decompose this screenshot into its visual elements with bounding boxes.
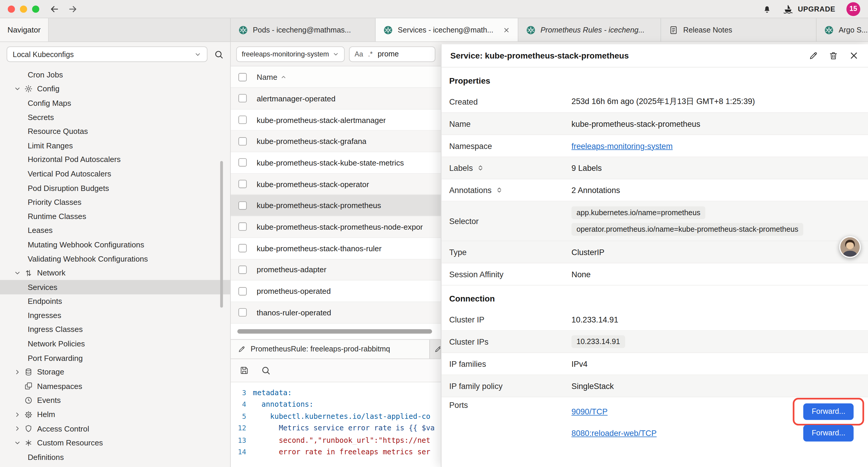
service-name: kube-prometheus-stack-grafana [257, 137, 367, 146]
sort-ascending-icon[interactable] [280, 73, 287, 80]
row-checkbox[interactable] [239, 158, 247, 167]
sidebar-item-namespaces[interactable]: Namespaces [0, 379, 230, 393]
sidebar-item-custom-resources[interactable]: Custom Resources [0, 436, 230, 450]
row-checkbox[interactable] [239, 116, 247, 124]
sidebar-item-limit-ranges[interactable]: Limit Ranges [0, 138, 230, 152]
sidebar-item-config[interactable]: Config [0, 82, 230, 96]
sidebar-item-definitions[interactable]: Definitions [0, 450, 230, 464]
sidebar-item-storage[interactable]: Storage [0, 365, 230, 379]
sidebar-item-resource-quotas[interactable]: Resource Quotas [0, 124, 230, 138]
editor-search-icon[interactable] [261, 366, 271, 375]
bell-icon[interactable] [763, 4, 772, 13]
row-checkbox[interactable] [239, 287, 247, 295]
forward-button[interactable]: Forward... [803, 403, 854, 420]
sidebar-item-vertical-pod-autoscalers[interactable]: Vertical Pod Autoscalers [0, 167, 230, 181]
tab-pods-icecheng-mathmas[interactable]: Pods - icecheng@mathmas... [231, 18, 376, 42]
upgrade-button[interactable]: UPGRADE [783, 4, 836, 14]
detail-value: None [571, 270, 591, 279]
forward-button[interactable]: Forward... [803, 425, 854, 441]
sidebar-item-access-control[interactable]: Access Control [0, 421, 230, 436]
sidebar-item-events[interactable]: Events [0, 393, 230, 407]
search-icon[interactable] [214, 50, 224, 59]
delete-icon[interactable] [829, 51, 838, 60]
helm-icon [24, 410, 32, 418]
sidebar-item-cron-jobs[interactable]: Cron Jobs [0, 67, 230, 82]
table-row-thanos-ruler-operated[interactable]: thanos-ruler-operated [231, 302, 441, 323]
kubeconfig-selector[interactable]: Local Kubeconfigs [6, 47, 208, 62]
maximize-window-button[interactable] [32, 5, 39, 12]
notification-badge[interactable]: 15 [846, 2, 860, 16]
webcam-avatar[interactable] [839, 236, 861, 258]
table-row-kube-prometheus-stack-operator[interactable]: kube-prometheus-stack-operator [231, 174, 441, 195]
table-row-kube-prometheus-stack-prometheus-node-expor[interactable]: kube-prometheus-stack-prometheus-node-ex… [231, 216, 441, 238]
sidebar-item-endpoints[interactable]: Endpoints [0, 294, 230, 308]
table-row-prometheus-operated[interactable]: prometheus-operated [231, 281, 441, 302]
save-icon[interactable] [240, 366, 249, 375]
horizontal-scrollbar-thumb[interactable] [237, 329, 432, 333]
row-checkbox[interactable] [239, 265, 247, 274]
table-row-kube-prometheus-stack-thanos-ruler[interactable]: kube-prometheus-stack-thanos-ruler [231, 238, 441, 259]
expander-icon[interactable] [495, 186, 502, 194]
navigator-tab[interactable]: Navigator [0, 18, 49, 42]
sidebar-item-validating-webhook-configurations[interactable]: Validating Webhook Configurations [0, 252, 230, 266]
tab-release-notes[interactable]: Release Notes [661, 18, 816, 42]
select-all-checkbox[interactable] [239, 73, 247, 81]
sidebar-item-horizontal-pod-autoscalers[interactable]: Horizontal Pod Autoscalers [0, 152, 230, 167]
line-number: 13 [231, 436, 253, 444]
match-case-toggle[interactable]: Aa [354, 50, 363, 58]
expander-icon[interactable] [477, 164, 484, 171]
minimize-window-button[interactable] [20, 5, 27, 12]
editor-tab-prometheusrule[interactable]: PrometheusRule: freeleaps-prod-rabbitmq [231, 340, 430, 358]
detail-value: SingleStack [571, 382, 614, 390]
back-icon[interactable] [49, 4, 60, 14]
table-row-kube-prometheus-stack-prometheus[interactable]: kube-prometheus-stack-prometheus [231, 195, 441, 216]
detail-label: Created [449, 97, 478, 106]
sidebar-item-services[interactable]: Services [0, 280, 230, 294]
sidebar-item-network[interactable]: Network [0, 266, 230, 280]
resource-search-input[interactable]: Aa .* prome [349, 46, 435, 61]
close-icon[interactable] [848, 50, 859, 61]
code-text: metadata: [253, 388, 292, 397]
sidebar-item-priority-classes[interactable]: Priority Classes [0, 195, 230, 209]
table-row-prometheus-adapter[interactable]: prometheus-adapter [231, 259, 441, 281]
tab-services-icecheng-math[interactable]: Services - icecheng@math... [375, 18, 518, 42]
table-row-kube-prometheus-stack-kube-state-metrics[interactable]: kube-prometheus-stack-kube-state-metrics [231, 152, 441, 174]
table-row-kube-prometheus-stack-alertmanager[interactable]: kube-prometheus-stack-alertmanager [231, 109, 441, 130]
namespace-selector[interactable]: freeleaps-monitoring-system [236, 46, 345, 61]
row-checkbox[interactable] [239, 201, 247, 209]
name-column-header[interactable]: Name [257, 72, 277, 81]
sidebar-item-ingresses[interactable]: Ingresses [0, 308, 230, 322]
row-checkbox[interactable] [239, 94, 247, 103]
pencil-icon [238, 345, 246, 353]
editor-tab-partial[interactable] [430, 340, 441, 358]
yaml-editor[interactable]: 3metadata:4 annotations:5 kubectl.kubern… [231, 382, 441, 467]
sidebar-item-port-forwarding[interactable]: Port Forwarding [0, 351, 230, 365]
sidebar-item-runtime-classes[interactable]: Runtime Classes [0, 209, 230, 223]
sidebar-item-config-maps[interactable]: Config Maps [0, 96, 230, 110]
port-link[interactable]: 8080:reloader-web/TCP [571, 429, 656, 437]
tab-prometheus-rules-icecheng[interactable]: Prometheus Rules - icecheng... [519, 18, 661, 42]
sidebar-item-leases[interactable]: Leases [0, 223, 230, 237]
row-checkbox[interactable] [239, 137, 247, 145]
regex-toggle[interactable]: .* [368, 50, 373, 58]
table-row-kube-prometheus-stack-grafana[interactable]: kube-prometheus-stack-grafana [231, 130, 441, 152]
close-window-button[interactable] [8, 5, 15, 12]
tab-argo-s[interactable]: Argo S... [816, 18, 868, 42]
edit-icon[interactable] [809, 51, 818, 60]
namespace-link[interactable]: freeleaps-monitoring-system [571, 141, 673, 150]
row-checkbox[interactable] [239, 308, 247, 317]
port-link[interactable]: 9090/TCP [571, 407, 608, 416]
sidebar-item-mutating-webhook-configurations[interactable]: Mutating Webhook Configurations [0, 237, 230, 252]
row-checkbox[interactable] [239, 180, 247, 188]
forward-icon[interactable] [67, 4, 78, 14]
table-row-alertmanager-operated[interactable]: alertmanager-operated [231, 88, 441, 109]
sidebar-item-ingress-classes[interactable]: Ingress Classes [0, 322, 230, 337]
x-icon[interactable] [503, 26, 510, 33]
sidebar-item-network-policies[interactable]: Network Policies [0, 337, 230, 351]
sidebar-item-helm[interactable]: Helm [0, 407, 230, 421]
sidebar-scrollbar[interactable] [220, 161, 223, 308]
row-checkbox[interactable] [239, 223, 247, 231]
sidebar-item-pod-disruption-budgets[interactable]: Pod Disruption Budgets [0, 181, 230, 195]
sidebar-item-secrets[interactable]: Secrets [0, 110, 230, 124]
row-checkbox[interactable] [239, 244, 247, 253]
